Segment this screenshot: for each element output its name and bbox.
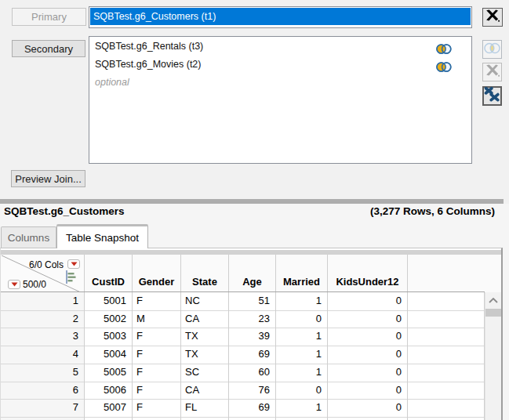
cell-age[interactable]: 69	[229, 346, 276, 363]
clear-joins-button[interactable]	[482, 86, 502, 106]
column-header-age[interactable]: Age	[229, 255, 276, 291]
row-divider	[1, 417, 485, 418]
remove-x-icon	[485, 9, 500, 26]
cell-state[interactable]: TX	[181, 328, 229, 345]
red-triangle-icon	[11, 282, 18, 287]
column-header-custid[interactable]: CustID	[85, 255, 133, 291]
table-rows-area: 15001FNC511025002MCA230035003FTX39104500…	[1, 292, 501, 420]
cell-gender[interactable]: M	[133, 310, 181, 328]
cell-state[interactable]: CA	[181, 382, 229, 399]
columns-count-label: 6/0 Cols	[29, 259, 64, 270]
column-divider	[484, 292, 485, 420]
cell-kidsunder12[interactable]: 0	[328, 382, 408, 399]
secondary-table-item[interactable]: SQBTest.g6_Movies (t2)	[90, 56, 471, 74]
result-table-title: SQBTest.g6_Customers	[4, 205, 125, 217]
cell-kidsunder12[interactable]: 0	[328, 364, 408, 381]
tab-table-snapshot[interactable]: Table Snapshot	[56, 224, 148, 248]
cell-married[interactable]: 0	[276, 310, 328, 328]
primary-table-selected-item[interactable]: SQBTest.g6_Customers (t1)	[90, 8, 471, 25]
column-divider	[327, 292, 328, 420]
preview-join-button[interactable]: Preview Join...	[11, 170, 85, 187]
cell-state[interactable]: TX	[181, 346, 229, 363]
column-divider	[407, 292, 408, 420]
remove-secondary-button[interactable]	[482, 63, 502, 81]
cell-married[interactable]: 1	[276, 364, 328, 381]
left-outer-join-icon[interactable]	[436, 60, 452, 71]
column-header-state[interactable]: State	[181, 255, 229, 291]
cell-gender[interactable]: F	[133, 382, 181, 399]
cell-age[interactable]: 60	[229, 364, 276, 381]
cell-state[interactable]: FL	[181, 399, 229, 416]
table-corner-cell: 6/0 Cols 500/0	[1, 255, 85, 291]
cell-state[interactable]: NC	[181, 292, 229, 310]
vertical-scrollbar[interactable]	[485, 292, 501, 420]
columns-red-triangle-menu[interactable]	[67, 259, 80, 269]
chevron-up-icon	[489, 298, 498, 303]
primary-table-listbox[interactable]: SQBTest.g6_Customers (t1)	[89, 6, 472, 28]
cell-age[interactable]: 23	[229, 310, 276, 328]
cell-custid[interactable]: 5001	[85, 292, 133, 310]
scrollbar-up-button[interactable]	[485, 292, 501, 309]
cell-age[interactable]: 76	[229, 382, 276, 399]
secondary-optional-placeholder: optional	[90, 74, 471, 92]
column-divider	[180, 292, 181, 420]
column-divider	[84, 292, 85, 420]
column-divider	[228, 292, 229, 420]
cell-custid[interactable]: 5005	[85, 364, 133, 381]
cell-married[interactable]: 1	[276, 292, 328, 310]
row-number[interactable]: 6	[1, 382, 85, 399]
secondary-table-item[interactable]: SQBTest.g6_Rentals (t3)	[90, 38, 471, 56]
cell-married[interactable]: 1	[276, 346, 328, 363]
edit-join-button[interactable]	[482, 40, 502, 59]
cell-gender[interactable]: F	[133, 292, 181, 310]
cell-kidsunder12[interactable]: 0	[328, 399, 408, 416]
scrollbar-thumb[interactable]	[485, 309, 501, 317]
cell-age[interactable]: 51	[229, 292, 276, 310]
cell-state[interactable]: CA	[181, 310, 229, 328]
cell-kidsunder12[interactable]: 0	[328, 310, 408, 328]
row-number[interactable]: 1	[1, 292, 85, 310]
secondary-table-name: SQBTest.g6_Movies (t2)	[95, 59, 201, 70]
rows-red-triangle-menu[interactable]	[8, 280, 20, 289]
remove-primary-button[interactable]	[482, 8, 503, 27]
cell-state[interactable]: SC	[181, 364, 229, 381]
cell-custid[interactable]: 5007	[85, 399, 133, 416]
secondary-button[interactable]: Secondary	[12, 40, 85, 57]
cell-custid[interactable]: 5002	[85, 310, 133, 328]
cell-gender[interactable]: F	[133, 328, 181, 345]
column-header-kidsunder12[interactable]: KidsUnder12	[328, 255, 408, 291]
cell-married[interactable]: 0	[276, 382, 328, 399]
result-table-summary: (3,277 Rows, 6 Columns)	[370, 205, 495, 217]
bar-chart-icon	[66, 270, 77, 287]
column-header-married[interactable]: Married	[276, 255, 328, 291]
cell-custid[interactable]: 5006	[85, 382, 133, 399]
column-divider	[275, 292, 276, 420]
double-x-clear-joins-icon	[484, 86, 500, 106]
rows-count-label: 500/0	[23, 279, 46, 290]
cell-age[interactable]: 69	[229, 399, 276, 416]
cell-age[interactable]: 39	[229, 328, 276, 345]
left-outer-join-icon[interactable]	[436, 42, 452, 52]
column-header-gender[interactable]: Gender	[133, 255, 181, 291]
cell-custid[interactable]: 5004	[85, 346, 133, 363]
cell-married[interactable]: 1	[276, 328, 328, 345]
remove-x-disabled-icon	[485, 63, 500, 81]
table-header-row: 6/0 Cols 500/0 CustI	[1, 255, 501, 292]
query-builder-window: { "join_panel": { "primary_label": "Prim…	[0, 0, 509, 420]
cell-married[interactable]: 1	[276, 399, 328, 416]
primary-button[interactable]: Primary	[12, 8, 86, 26]
cell-gender[interactable]: F	[133, 364, 181, 381]
row-number[interactable]: 2	[1, 310, 85, 328]
cell-gender[interactable]: F	[133, 346, 181, 363]
row-number[interactable]: 5	[1, 364, 85, 381]
row-number[interactable]: 3	[1, 328, 85, 345]
cell-gender[interactable]: F	[133, 399, 181, 416]
secondary-tables-listbox[interactable]: SQBTest.g6_Rentals (t3) SQBTest.g6_Movie…	[89, 36, 472, 164]
cell-custid[interactable]: 5003	[85, 328, 133, 345]
cell-kidsunder12[interactable]: 0	[328, 328, 408, 345]
row-number[interactable]: 7	[1, 399, 85, 416]
row-number[interactable]: 4	[1, 346, 85, 363]
tab-columns[interactable]: Columns	[1, 226, 56, 248]
cell-kidsunder12[interactable]: 0	[328, 346, 408, 363]
cell-kidsunder12[interactable]: 0	[328, 292, 408, 310]
